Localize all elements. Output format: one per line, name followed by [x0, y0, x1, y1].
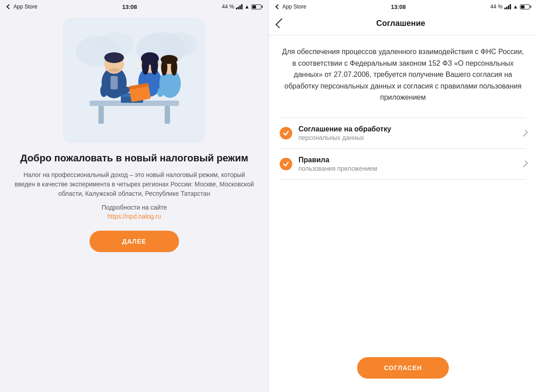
chevron-right-icon-1: [521, 130, 528, 137]
site-link[interactable]: https://npd.nalog.ru: [107, 213, 161, 220]
agreement-title-1: Соглашение на обработку: [298, 125, 519, 133]
agreement-title-2: Правила: [298, 156, 519, 164]
nav-title: Соглашение: [285, 19, 516, 28]
left-screen: App Store 13:08 44 % ▲: [0, 0, 268, 392]
agreement-subtitle-2: пользования приложением: [298, 165, 519, 172]
back-chevron-icon: [6, 4, 11, 9]
svg-rect-15: [111, 76, 118, 89]
left-content: Добро пожаловать в новый налоговый режим…: [0, 13, 268, 392]
back-chevron-left-icon: [276, 18, 286, 29]
check-circle-1: [280, 127, 292, 139]
left-signal-icon: [236, 4, 243, 9]
right-battery-icon: [520, 4, 530, 9]
right-screen: App Store 13:08 44 % ▲ Соглашение Для об…: [268, 0, 537, 392]
right-wifi-icon: ▲: [513, 4, 518, 10]
check-circle-2: [280, 158, 292, 170]
right-main-content: Для обеспечения процессов удаленного вза…: [269, 35, 537, 350]
agreement-item-2[interactable]: Правила пользования приложением: [280, 149, 526, 180]
svg-point-3: [161, 32, 197, 57]
agreement-text-1: Соглашение на обработку персональных дан…: [298, 125, 519, 141]
right-signal-icon: [504, 4, 511, 9]
left-status-bar: App Store 13:08 44 % ▲: [0, 0, 268, 13]
check-icon-2: [283, 161, 289, 167]
svg-rect-6: [165, 106, 170, 124]
left-app-store-label: App Store: [13, 4, 37, 10]
left-status-left: App Store: [7, 4, 37, 10]
svg-point-19: [142, 57, 149, 75]
check-icon-1: [283, 130, 289, 136]
back-button[interactable]: [276, 17, 285, 30]
right-battery-percent: 44 %: [490, 4, 503, 10]
right-back-chevron-icon: [275, 4, 280, 9]
right-status-right: 44 % ▲: [490, 4, 530, 10]
right-bottom: СОГЛАСЕН: [269, 350, 537, 392]
right-status-bar: App Store 13:08 44 % ▲: [269, 0, 537, 13]
svg-rect-5: [98, 106, 104, 124]
agreement-text-2: Правила пользования приложением: [298, 156, 519, 172]
illustration-container: [63, 18, 206, 143]
right-app-store-label: App Store: [282, 4, 306, 10]
welcome-description: Налог на профессиональный доход – это но…: [13, 170, 255, 198]
right-status-left: App Store: [276, 4, 306, 10]
agreement-item-1[interactable]: Соглашение на обработку персональных дан…: [280, 118, 526, 149]
next-button[interactable]: ДАЛЕЕ: [90, 231, 179, 252]
right-navbar: Соглашение: [269, 13, 537, 35]
left-wifi-icon: ▲: [244, 4, 250, 10]
svg-point-20: [151, 57, 158, 75]
left-battery-percent: 44 %: [222, 4, 234, 10]
svg-point-14: [100, 84, 107, 97]
illustration-svg: [72, 25, 197, 136]
right-time: 13:08: [391, 4, 405, 10]
left-time: 13:08: [122, 4, 137, 10]
welcome-title: Добро пожаловать в новый налоговый режим: [20, 152, 248, 165]
agreement-description: Для обеспечения процессов удаленного вза…: [280, 46, 526, 103]
svg-point-27: [171, 59, 177, 76]
agreement-subtitle-1: персональных данных: [298, 134, 519, 141]
left-status-right: 44 % ▲: [222, 4, 261, 10]
svg-point-11: [104, 52, 124, 63]
site-label: Подробности на сайте: [102, 204, 167, 211]
svg-point-12: [109, 68, 119, 72]
svg-point-26: [161, 59, 167, 76]
agree-button[interactable]: СОГЛАСЕН: [357, 357, 449, 379]
chevron-right-icon-2: [521, 160, 528, 168]
left-battery-icon: [251, 4, 261, 9]
